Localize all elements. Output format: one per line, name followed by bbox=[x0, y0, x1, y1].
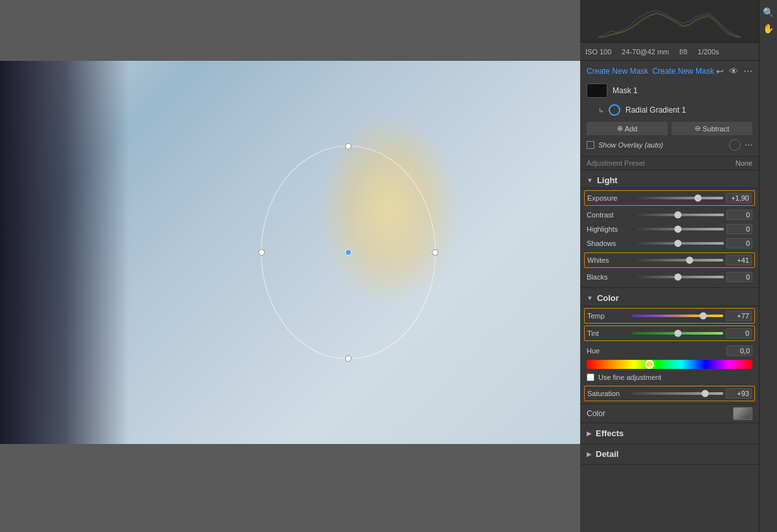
adj-preset-row: Adjustment Preset None bbox=[580, 157, 759, 170]
mask-thumbnail bbox=[587, 83, 607, 98]
main-area bbox=[0, 0, 580, 532]
handle-bottom[interactable] bbox=[345, 355, 352, 362]
radial-center-dot[interactable] bbox=[345, 249, 352, 256]
overlay-more-icon[interactable]: ⋯ bbox=[745, 140, 752, 150]
color-swatch-box[interactable] bbox=[733, 407, 752, 420]
exposure-label: Exposure bbox=[587, 194, 629, 202]
saturation-value[interactable]: +93 bbox=[726, 388, 752, 399]
blacks-label: Blacks bbox=[587, 273, 629, 281]
handle-right[interactable] bbox=[432, 249, 438, 256]
blacks-slider-thumb[interactable] bbox=[674, 274, 681, 281]
whites-slider-thumb[interactable] bbox=[686, 257, 693, 264]
shadows-value[interactable]: 0 bbox=[726, 238, 752, 249]
blacks-value[interactable]: 0 bbox=[726, 272, 752, 282]
exposure-slider-thumb[interactable] bbox=[694, 195, 701, 202]
mask-item[interactable]: Mask 1 bbox=[587, 82, 752, 100]
panel-content[interactable]: Create New MaskCreate New Mask ↩ 👁 ⋯ Mas… bbox=[580, 61, 759, 532]
fine-adj-row: Use fine adjustment bbox=[580, 371, 759, 383]
contrast-label: Contrast bbox=[587, 211, 629, 219]
color-item-label: Color bbox=[587, 409, 605, 418]
highlights-slider-track[interactable] bbox=[631, 228, 724, 230]
undo-icon[interactable]: ↩ bbox=[716, 66, 724, 76]
saturation-label: Saturation bbox=[587, 390, 629, 397]
contrast-slider-track[interactable] bbox=[631, 214, 724, 216]
color-title: Color bbox=[597, 293, 619, 303]
create-mask-button[interactable]: Create New MaskCreate New Mask bbox=[587, 67, 714, 76]
temp-row: Temp +77 bbox=[584, 308, 755, 324]
subtract-label: Subtract bbox=[703, 125, 729, 133]
add-subtract-row: ⊕ Add ⊖ Subtract bbox=[587, 122, 752, 135]
exposure-slider-track[interactable] bbox=[632, 197, 723, 199]
saturation-row: Saturation +93 bbox=[584, 386, 755, 401]
hue-spectrum-track[interactable] bbox=[587, 360, 752, 369]
hue-value[interactable]: 0,0 bbox=[726, 346, 752, 356]
temp-slider-track[interactable] bbox=[632, 315, 723, 317]
detail-chevron-icon: ▶ bbox=[587, 450, 592, 458]
temp-value[interactable]: +77 bbox=[726, 311, 752, 321]
color-item-row: Color bbox=[580, 404, 759, 423]
add-icon: ⊕ bbox=[617, 124, 623, 133]
saturation-slider-track[interactable] bbox=[632, 392, 723, 395]
light-section-header[interactable]: ▼ Light bbox=[580, 170, 759, 188]
subtract-icon: ⊖ bbox=[695, 124, 701, 133]
temp-label: Temp bbox=[587, 312, 629, 320]
contrast-slider-thumb[interactable] bbox=[674, 212, 681, 219]
right-toolbar: 🔍 ✋ bbox=[759, 0, 777, 532]
whites-row: Whites +41 bbox=[584, 252, 755, 268]
bottom-spacer bbox=[0, 444, 580, 532]
toolbar-zoom-in-icon[interactable]: 🔍 bbox=[761, 5, 776, 19]
gradient-label: Radial Gradient 1 bbox=[625, 105, 686, 115]
light-section: ▼ Light Exposure +1,90 Contrast bbox=[580, 170, 759, 288]
mask-label: Mask 1 bbox=[613, 86, 638, 95]
right-panel: ISO 100 24-70@42 mm f/8 1/200s Create Ne… bbox=[580, 0, 759, 532]
hue-spectrum-thumb[interactable] bbox=[645, 360, 654, 369]
highlights-value[interactable]: 0 bbox=[726, 224, 752, 234]
shadows-row: Shadows 0 bbox=[580, 236, 759, 250]
exposure-row: Exposure +1,90 bbox=[584, 190, 755, 206]
add-button[interactable]: ⊕ Add bbox=[587, 122, 668, 135]
tint-slider-track[interactable] bbox=[632, 332, 723, 335]
tint-slider-thumb[interactable] bbox=[674, 330, 681, 337]
gradient-item[interactable]: ↳ Radial Gradient 1 bbox=[587, 102, 752, 118]
effects-chevron-icon: ▶ bbox=[587, 430, 592, 437]
aperture-label: f/8 bbox=[679, 48, 687, 56]
whites-value[interactable]: +41 bbox=[726, 255, 752, 265]
canvas-area[interactable] bbox=[0, 61, 580, 444]
gradient-icon bbox=[609, 104, 620, 116]
subtract-button[interactable]: ⊖ Subtract bbox=[671, 122, 752, 135]
top-spacer bbox=[0, 0, 580, 61]
detail-section[interactable]: ▶ Detail bbox=[580, 444, 759, 465]
saturation-slider-thumb[interactable] bbox=[701, 390, 708, 397]
blacks-row: Blacks 0 bbox=[580, 270, 759, 288]
hue-row: Hue 0,0 bbox=[580, 343, 759, 359]
fine-adj-checkbox[interactable] bbox=[587, 373, 594, 381]
effects-section[interactable]: ▶ Effects bbox=[580, 423, 759, 444]
more-options-icon[interactable]: ⋯ bbox=[743, 66, 752, 76]
toolbar-hand-icon[interactable]: ✋ bbox=[761, 21, 776, 36]
contrast-value[interactable]: 0 bbox=[726, 210, 752, 220]
light-title: Light bbox=[597, 175, 618, 185]
overlay-checkbox[interactable] bbox=[587, 141, 594, 149]
highlights-label: Highlights bbox=[587, 225, 629, 233]
shadows-slider-thumb[interactable] bbox=[674, 240, 681, 247]
blacks-slider-track[interactable] bbox=[631, 276, 724, 278]
photo-dark-left bbox=[0, 61, 130, 444]
tint-value[interactable]: 0 bbox=[726, 328, 752, 338]
detail-title: Detail bbox=[596, 449, 618, 459]
overlay-row: Show Overlay (auto) ⋯ bbox=[587, 139, 752, 151]
highlights-slider-thumb[interactable] bbox=[674, 226, 681, 233]
whites-slider-track[interactable] bbox=[632, 259, 723, 261]
handle-left[interactable] bbox=[258, 249, 265, 256]
color-section: ▼ Color Temp +77 Tint 0 bbox=[580, 288, 759, 423]
photo-background bbox=[0, 61, 580, 444]
handle-top[interactable] bbox=[345, 143, 352, 150]
overlay-circle bbox=[729, 139, 741, 151]
exposure-value[interactable]: +1,90 bbox=[726, 193, 752, 203]
visibility-icon[interactable]: 👁 bbox=[729, 66, 738, 76]
shutter-label: 1/200s bbox=[698, 48, 719, 56]
adj-preset-label: Adjustment Preset bbox=[587, 159, 645, 167]
temp-slider-thumb[interactable] bbox=[699, 313, 706, 320]
adj-preset-value: None bbox=[736, 159, 752, 167]
shadows-slider-track[interactable] bbox=[631, 242, 724, 245]
color-section-header[interactable]: ▼ Color bbox=[580, 288, 759, 306]
